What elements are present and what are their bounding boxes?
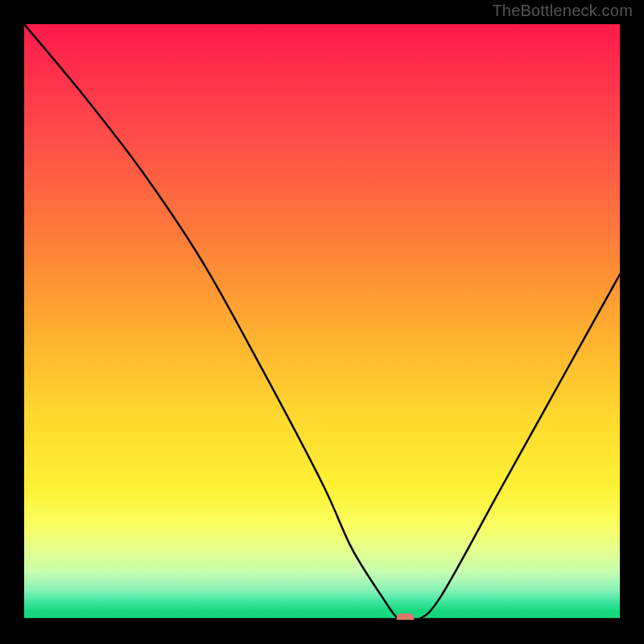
plot-area [24, 24, 620, 620]
chart-frame: TheBottleneck.com [0, 0, 644, 644]
watermark-text: TheBottleneck.com [492, 2, 633, 20]
optimal-marker [397, 613, 415, 620]
curve-layer [24, 24, 620, 620]
bottleneck-curve [24, 24, 620, 620]
